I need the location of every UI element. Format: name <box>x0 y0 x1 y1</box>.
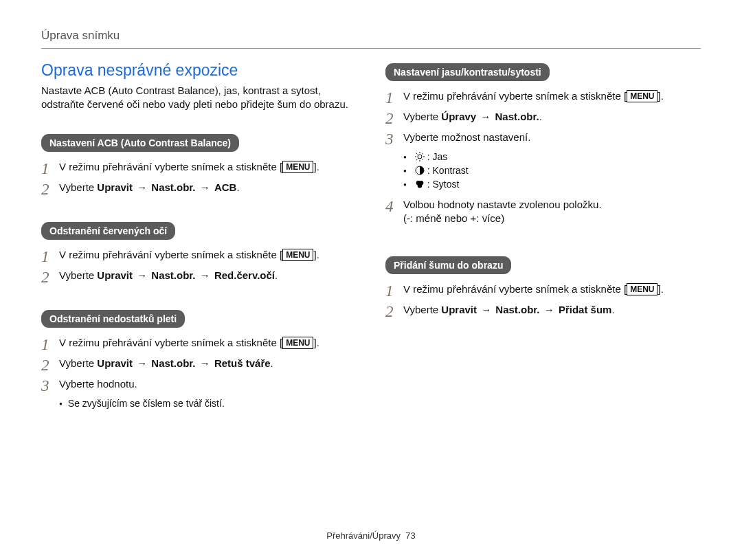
step-number: 1 <box>385 89 403 106</box>
list-item: Se zvyšujícím se číslem se tvář čistí. <box>59 398 357 409</box>
section-title: Oprava nesprávné expozice <box>41 61 357 80</box>
menu-badge: MENU <box>282 249 313 261</box>
arrow-icon: → <box>199 269 212 281</box>
arrow-icon: → <box>543 304 556 315</box>
bullet-list: Se zvyšujícím se číslem se tvář čistí. <box>59 398 357 409</box>
svg-line-5 <box>416 153 417 154</box>
step: 1 V režimu přehrávání vyberte snímek a s… <box>385 89 701 106</box>
step-number: 2 <box>41 269 59 285</box>
arrow-icon: → <box>199 181 212 193</box>
menu-badge: MENU <box>282 161 313 173</box>
subsection-heading-noise: Přidání šumu do obrazu <box>385 256 511 274</box>
subsection-heading-redeye: Odstranění červených očí <box>41 222 175 240</box>
list-item: : Sytost <box>403 179 701 191</box>
bullet-list: : Jas : Kontrast : Sytost <box>403 151 701 191</box>
svg-line-8 <box>422 153 423 154</box>
step: 1 V režimu přehrávání vyberte snímek a s… <box>41 248 357 265</box>
step-body: V režimu přehrávání vyberte snímek a sti… <box>403 282 664 296</box>
step-number: 1 <box>41 248 59 265</box>
saturation-icon <box>415 179 425 191</box>
step-body: V režimu přehrávání vyberte snímek a sti… <box>59 336 319 350</box>
running-title: Úprava snímku <box>41 29 701 43</box>
step-body: Vyberte možnost nastavení. <box>403 131 530 144</box>
arrow-icon: → <box>199 357 212 369</box>
arrow-icon: → <box>135 269 148 281</box>
step: 2 Vyberte Upravit → Nast.obr. → ACB. <box>41 181 357 197</box>
list-item: : Jas <box>403 151 701 164</box>
step-body: Vyberte Upravit → Nast.obr. → Red.červ.o… <box>59 269 278 282</box>
step: 4 Volbou hodnoty nastavte zvolenou polož… <box>385 198 701 226</box>
step-number: 2 <box>41 181 59 197</box>
intro-paragraph: Nastavte ACB (Auto Contrast Balance), ja… <box>41 84 357 112</box>
step: 1 V režimu přehrávání vyberte snímek a s… <box>41 336 357 352</box>
step-number: 3 <box>385 131 403 147</box>
left-column: Oprava nesprávné expozice Nastavte ACB (… <box>41 61 357 416</box>
step: 2 Vyberte Upravit → Nast.obr. → Red.červ… <box>41 269 357 285</box>
step-body: Vyberte Upravit → Nast.obr. → ACB. <box>59 181 240 194</box>
two-column-layout: Oprava nesprávné expozice Nastavte ACB (… <box>41 61 701 416</box>
step-body: Vyberte Úpravy → Nast.obr.. <box>403 110 542 124</box>
document-page: Úprava snímku Oprava nesprávné expozice … <box>0 0 742 560</box>
step-number: 2 <box>385 303 403 320</box>
step-body: Volbou hodnoty nastavte zvolenou položku… <box>403 198 602 226</box>
right-column: Nastavení jasu/kontrastu/sytosti 1 V rež… <box>385 61 701 416</box>
subsection-heading-bcs: Nastavení jasu/kontrastu/sytosti <box>385 63 550 81</box>
step-body: V režimu přehrávání vyberte snímek a sti… <box>403 89 664 103</box>
step-number: 2 <box>385 110 403 126</box>
step-body: Vyberte hodnotu. <box>59 377 137 391</box>
step-body: V režimu přehrávání vyberte snímek a sti… <box>59 248 319 262</box>
svg-point-12 <box>417 183 422 188</box>
svg-line-7 <box>416 159 417 160</box>
arrow-icon: → <box>479 111 492 122</box>
svg-line-6 <box>422 159 423 160</box>
subsection-heading-acb: Nastavení ACB (Auto Contrast Balance) <box>41 134 239 152</box>
menu-badge: MENU <box>627 283 657 295</box>
step: 1 V režimu přehrávání vyberte snímek a s… <box>41 160 357 177</box>
divider <box>41 48 701 49</box>
step: 3 Vyberte hodnotu. <box>41 377 357 394</box>
step-number: 2 <box>41 357 59 373</box>
step: 2 Vyberte Úpravy → Nast.obr.. <box>385 110 701 126</box>
step-number: 3 <box>41 377 59 394</box>
step-number: 4 <box>385 198 403 214</box>
step-body: Vyberte Upravit → Nast.obr. → Retuš tvář… <box>59 357 273 370</box>
step: 2 Vyberte Upravit → Nast.obr. → Retuš tv… <box>41 357 357 373</box>
step-number: 1 <box>41 160 59 177</box>
svg-point-0 <box>418 155 422 159</box>
step: 3 Vyberte možnost nastavení. <box>385 131 701 147</box>
menu-badge: MENU <box>627 90 657 102</box>
arrow-icon: → <box>135 357 148 369</box>
subsection-heading-skin: Odstranění nedostatků pleti <box>41 310 185 328</box>
menu-badge: MENU <box>282 337 313 349</box>
step-body: V režimu přehrávání vyberte snímek a sti… <box>59 160 319 174</box>
page-footer: Přehráváni/Úpravy 73 <box>0 530 742 541</box>
step-number: 1 <box>41 336 59 352</box>
step: 1 V režimu přehrávání vyberte snímek a s… <box>385 282 701 299</box>
arrow-icon: → <box>135 181 148 193</box>
list-item: : Kontrast <box>403 165 701 177</box>
step: 2 Vyberte Upravit → Nast.obr. → Přidat š… <box>385 303 701 320</box>
step-number: 1 <box>385 282 403 299</box>
step-body: Vyberte Upravit → Nast.obr. → Přidat šum… <box>403 303 615 317</box>
brightness-icon <box>415 152 425 164</box>
arrow-icon: → <box>480 304 493 315</box>
contrast-icon <box>415 166 425 177</box>
